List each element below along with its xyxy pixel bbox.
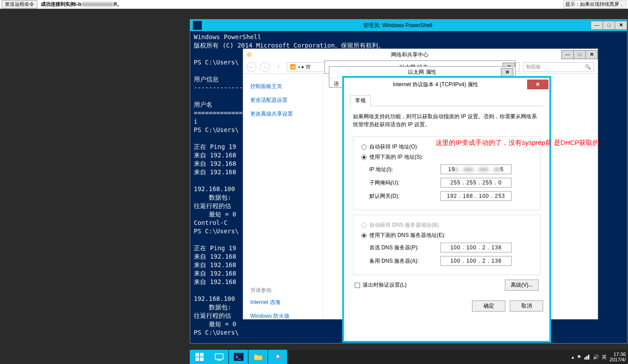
link-internet-options[interactable]: Internet 选项 — [250, 299, 316, 306]
tray-volume-icon[interactable]: 🔊 — [593, 354, 599, 360]
tray-ime-icon[interactable]: 英 — [602, 354, 607, 360]
powershell-icon — [193, 21, 202, 30]
ipv4-title: Internet 协议版本 4 (TCP/IPv4) 属性 — [344, 81, 527, 88]
cp-title: 网络和共享中心 — [257, 51, 562, 59]
svg-rect-0 — [196, 353, 199, 356]
task-powershell[interactable]: >_ — [229, 350, 248, 364]
up-button[interactable]: ↑ — [273, 62, 283, 72]
dns2-label: 备用 DNS 服务器(A): — [369, 257, 440, 265]
svg-rect-5 — [217, 360, 221, 360]
radio-auto-dns: 自动获得 DNS 服务器地址(B) — [361, 221, 540, 229]
gateway-input[interactable]: 192 . 168 . 100 . 253 — [440, 191, 512, 201]
tray-clock[interactable]: 17:362017/4/ — [609, 352, 626, 362]
powershell-task-icon: >_ — [234, 353, 244, 361]
link-adapter-settings[interactable]: 更改适配器设置 — [250, 96, 316, 104]
cp-icon: 🔅 — [246, 52, 255, 58]
svg-rect-4 — [215, 354, 223, 359]
minimize-button[interactable]: — — [591, 21, 603, 30]
info-text: 如果网络支持此功能，则可以获取自动指派的 IP 设置。否则，你需要从网络系统管理… — [353, 112, 540, 128]
mask-label: 子网掩码(U): — [369, 179, 440, 187]
svg-rect-1 — [200, 353, 204, 356]
tray-flag-icon[interactable]: ⚑ — [577, 354, 581, 360]
hint-text: 提示：如果出现持续黑屏， — [563, 0, 626, 8]
validate-checkbox[interactable] — [355, 283, 360, 288]
maximize-button[interactable]: □ — [603, 21, 615, 30]
ok-button[interactable]: 确定 — [472, 300, 505, 312]
annotation-text: 这里的IP变成手动的了，没有sysprep前 是DHCP获取的 — [436, 138, 599, 147]
forward-button[interactable]: → — [260, 62, 270, 72]
vnc-topbar: 发送远程命令 成功连接到实例i-bxxxxxxxxxxxxlf。 提示：如果出现… — [0, 0, 628, 9]
tray-up-icon[interactable]: ▴ — [572, 354, 574, 360]
tab-strip: 常规 — [350, 95, 543, 106]
server-manager-icon — [214, 353, 224, 361]
svg-point-9 — [276, 355, 279, 358]
close-button[interactable]: ✕ — [585, 50, 598, 59]
send-remote-cmd-button[interactable]: 发送远程命令 — [2, 0, 37, 8]
eth-prop-title: 以太网 属性 — [329, 68, 515, 76]
tray-network-icon[interactable] — [584, 354, 590, 360]
mask-input[interactable]: 255 . 255 . 255 . 0 — [440, 178, 512, 188]
windows-icon — [196, 353, 204, 361]
svg-rect-12 — [588, 355, 589, 360]
back-button[interactable]: ← — [247, 62, 256, 72]
start-button[interactable] — [190, 350, 209, 364]
ip-label: IP 地址(I): — [369, 166, 440, 173]
link-firewall[interactable]: Windows 防火墙 — [250, 312, 316, 320]
ipv4-properties-dialog: Internet 协议版本 4 (TCP/IPv4) 属性 ✕ 常规 如果网络支… — [342, 76, 551, 343]
cp-titlebar[interactable]: 🔅 网络和共享中心 — □ ✕ — [243, 49, 598, 60]
radio-manual-ip[interactable]: 使用下面的 IP 地址(S): — [361, 153, 540, 161]
close-button[interactable]: ✕ — [501, 68, 513, 77]
minimize-button[interactable]: — — [561, 50, 574, 59]
advanced-button[interactable]: 高级(V)... — [505, 280, 539, 291]
connection-status: 成功连接到实例i-bxxxxxxxxxxxxlf。 — [41, 1, 122, 8]
svg-rect-3 — [200, 357, 204, 361]
link-adv-sharing[interactable]: 更改高级共享设置 — [250, 110, 316, 118]
taskbar: >_ ▴ ⚑ 🔊 英 17:362017/4/ — [190, 350, 628, 364]
svg-rect-11 — [586, 356, 588, 360]
validate-label: 退出时验证设置(L) — [363, 281, 407, 289]
svg-rect-2 — [196, 357, 199, 361]
close-button[interactable]: ✕ — [615, 21, 627, 30]
link-cp-home[interactable]: 控制面板主页 — [250, 83, 316, 90]
task-explorer[interactable] — [248, 350, 268, 364]
search-input[interactable]: 制面板🔍 — [523, 62, 594, 72]
tab-general[interactable]: 常规 — [350, 95, 371, 106]
powershell-titlebar[interactable]: 管理员: Windows PowerShell — □ ✕ — [190, 20, 627, 31]
powershell-title: 管理员: Windows PowerShell — [204, 22, 591, 29]
gateway-label: 默认网关(D): — [369, 192, 440, 200]
task-control-panel[interactable] — [268, 350, 288, 364]
dns1-input[interactable]: 100 . 100 . 2 . 138 — [440, 243, 512, 252]
ipv4-titlebar[interactable]: Internet 协议版本 4 (TCP/IPv4) 属性 ✕ — [344, 78, 549, 91]
system-tray: ▴ ⚑ 🔊 英 17:362017/4/ — [572, 352, 628, 362]
close-button[interactable]: ✕ — [527, 80, 548, 89]
network-icon — [273, 353, 283, 361]
dns1-label: 首选 DNS 服务器(P): — [369, 244, 440, 252]
cancel-button[interactable]: 取消 — [510, 300, 543, 312]
svg-rect-10 — [584, 357, 586, 360]
cp-sidebar: 控制面板主页 更改适配器设置 更改高级共享设置 另请参阅 Internet 选项… — [243, 74, 323, 319]
ip-input[interactable]: 19x . xxx . xxx . xx5 — [440, 164, 512, 174]
search-icon: 🔍 — [585, 64, 591, 70]
radio-manual-dns[interactable]: 使用下面的 DNS 服务器地址(E): — [361, 232, 540, 239]
task-server-manager[interactable] — [209, 350, 229, 364]
see-also-header: 另请参阅 — [250, 287, 316, 294]
maximize-button[interactable]: □ — [573, 50, 586, 59]
folder-icon — [253, 353, 263, 361]
remote-desktop-area: 管理员: Windows PowerShell — □ ✕ Windows Po… — [0, 9, 628, 364]
svg-text:>_: >_ — [236, 355, 241, 360]
dns2-input[interactable]: 100 . 100 . 2 . 136 — [440, 256, 512, 266]
